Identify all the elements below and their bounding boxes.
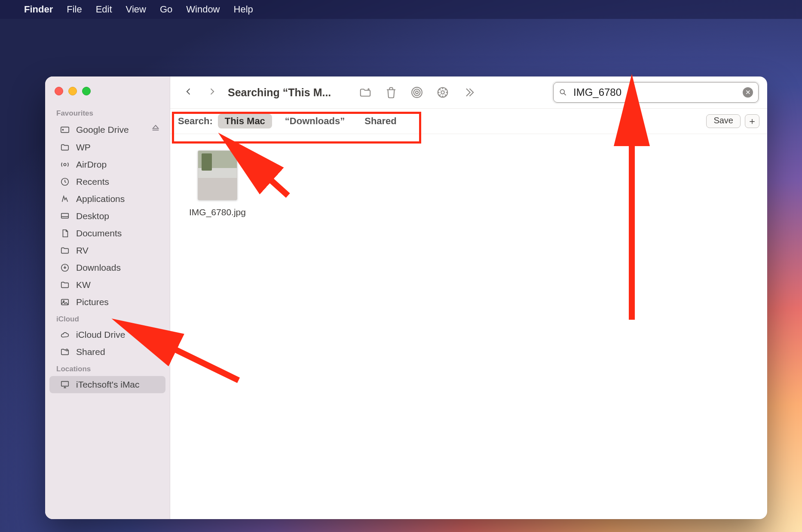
menu-help[interactable]: Help: [234, 4, 253, 15]
forward-button[interactable]: [205, 86, 219, 99]
sidebar-item-label: Pictures: [76, 297, 109, 307]
document-icon: [60, 228, 70, 238]
results-area[interactable]: IMG_6780.jpg: [170, 134, 767, 519]
app-menu[interactable]: Finder: [24, 4, 53, 15]
file-thumbnail: [198, 150, 237, 200]
scope-label: Search:: [178, 116, 213, 127]
shared-folder-icon: [60, 347, 70, 357]
sidebar-item-wp[interactable]: WP: [49, 139, 165, 156]
svg-point-8: [66, 349, 67, 351]
sidebar-item-label: RV: [76, 245, 89, 256]
imac-icon: [60, 379, 70, 390]
search-icon: [559, 88, 567, 97]
finder-sidebar: Favourites Google Drive WP AirDrop Recen…: [45, 76, 170, 519]
search-field[interactable]: ✕: [553, 82, 759, 103]
close-button[interactable]: [55, 87, 63, 95]
sidebar-item-desktop[interactable]: Desktop: [49, 208, 165, 225]
file-name: IMG_6780.jpg: [189, 207, 246, 217]
sidebar-item-imac[interactable]: iTechsoft's iMac: [49, 376, 165, 393]
sidebar-item-label: Applications: [76, 194, 125, 204]
sidebar-item-label: Google Drive: [76, 125, 129, 135]
window-controls: [45, 83, 170, 105]
trash-icon[interactable]: [383, 86, 400, 99]
pictures-icon: [60, 297, 70, 307]
sidebar-item-pictures[interactable]: Pictures: [49, 294, 165, 311]
sidebar-item-label: iTechsoft's iMac: [76, 379, 140, 390]
finder-toolbar: Searching “This M... ✕: [170, 76, 767, 109]
result-file[interactable]: IMG_6780.jpg: [185, 150, 250, 217]
svg-rect-9: [61, 382, 69, 386]
sidebar-item-icloud-drive[interactable]: iCloud Drive: [49, 326, 165, 343]
sidebar-item-label: WP: [76, 142, 91, 153]
airdrop-toolbar-icon[interactable]: [408, 86, 425, 99]
sidebar-item-label: Recents: [76, 177, 109, 187]
save-search-button[interactable]: Save: [706, 114, 741, 128]
cloud-icon: [60, 330, 70, 340]
drive-icon: [60, 125, 70, 135]
airdrop-icon: [60, 159, 70, 170]
sidebar-item-label: Desktop: [76, 211, 109, 221]
menu-window[interactable]: Window: [186, 4, 220, 15]
window-title: Searching “This M...: [228, 86, 331, 99]
desktop-icon: [60, 211, 70, 221]
sidebar-item-airdrop[interactable]: AirDrop: [49, 156, 165, 173]
sidebar-section-locations: Locations: [45, 361, 170, 376]
clock-icon: [60, 177, 70, 187]
sidebar-item-label: Downloads: [76, 263, 121, 273]
sidebar-section-icloud: iCloud: [45, 311, 170, 326]
scope-shared[interactable]: Shared: [358, 114, 404, 128]
svg-point-15: [560, 89, 564, 94]
svg-point-2: [64, 163, 66, 166]
scope-this-mac[interactable]: This Mac: [218, 114, 272, 128]
svg-point-11: [414, 89, 420, 96]
eject-icon[interactable]: [151, 124, 160, 135]
sidebar-item-label: KW: [76, 280, 91, 290]
sidebar-item-recents[interactable]: Recents: [49, 173, 165, 190]
sidebar-item-label: Documents: [76, 228, 122, 238]
applications-icon: [60, 194, 70, 204]
search-input[interactable]: [572, 86, 738, 99]
menu-go[interactable]: Go: [160, 4, 172, 15]
sidebar-item-applications[interactable]: Applications: [49, 190, 165, 208]
search-scope-bar: Search: This Mac “Downloads” Shared Save…: [170, 109, 767, 134]
sidebar-item-documents[interactable]: Documents: [49, 225, 165, 242]
sidebar-item-downloads[interactable]: Downloads: [49, 259, 165, 276]
zoom-button[interactable]: [82, 87, 91, 95]
downloads-icon: [60, 263, 70, 273]
burn-icon[interactable]: [434, 86, 451, 99]
sidebar-item-label: iCloud Drive: [76, 330, 125, 340]
folder-icon: [60, 142, 70, 153]
finder-main: Searching “This M... ✕ Search: This Mac …: [170, 76, 767, 519]
sidebar-item-label: AirDrop: [76, 159, 107, 170]
scope-downloads[interactable]: “Downloads”: [278, 114, 352, 128]
sidebar-item-rv[interactable]: RV: [49, 242, 165, 259]
more-icon[interactable]: [460, 86, 477, 99]
sidebar-item-shared[interactable]: Shared: [49, 343, 165, 361]
svg-point-10: [416, 91, 418, 94]
minimize-button[interactable]: [68, 87, 77, 95]
sidebar-section-favourites: Favourites: [45, 105, 170, 120]
menu-file[interactable]: File: [67, 4, 82, 15]
back-button[interactable]: [181, 86, 196, 99]
clear-search-button[interactable]: ✕: [743, 87, 753, 98]
svg-rect-4: [61, 214, 69, 218]
sidebar-item-label: Shared: [76, 347, 105, 357]
add-criteria-button[interactable]: ＋: [745, 114, 759, 128]
finder-window: Favourites Google Drive WP AirDrop Recen…: [45, 76, 767, 519]
folder-icon: [60, 245, 70, 256]
new-folder-icon[interactable]: [357, 86, 374, 99]
folder-icon: [60, 280, 70, 290]
svg-point-14: [441, 91, 445, 94]
svg-point-1: [62, 129, 63, 130]
sidebar-item-kw[interactable]: KW: [49, 276, 165, 294]
sidebar-item-google-drive[interactable]: Google Drive: [49, 120, 165, 139]
menu-edit[interactable]: Edit: [96, 4, 112, 15]
macos-menubar: Finder File Edit View Go Window Help: [0, 0, 802, 19]
menu-view[interactable]: View: [126, 4, 146, 15]
